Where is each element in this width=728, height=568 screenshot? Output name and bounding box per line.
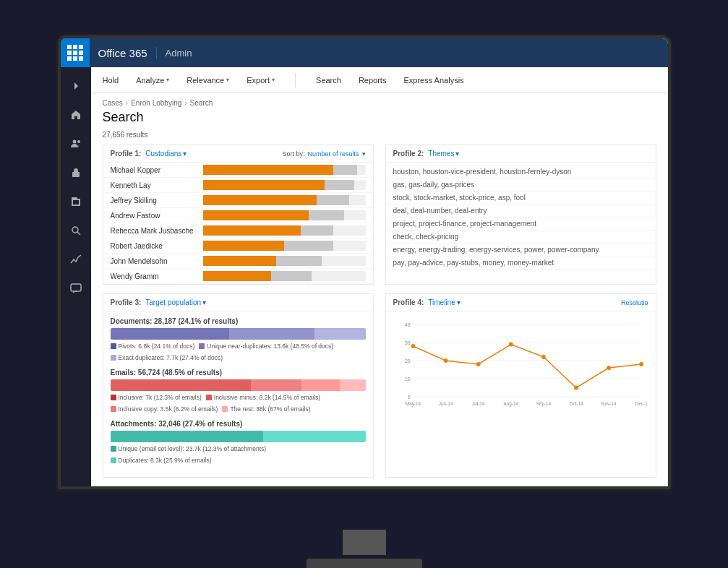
legend-item: Exact duplicates: 7.7k (27.4% of docs) — [111, 354, 223, 361]
legend-item: Unique near-duplicates: 13.6k (48.5% of … — [199, 343, 333, 350]
legend-label: Unique (email set level): 23.7k (12.3% o… — [119, 445, 267, 452]
custodian-bar — [203, 256, 366, 266]
profile2-dropdown[interactable]: Themes ▾ — [428, 150, 459, 158]
bar-segment — [314, 328, 366, 340]
custodian-bar — [203, 195, 366, 205]
app-title: Office 365 — [90, 47, 157, 59]
profile2-label: Profile 2: — [393, 150, 424, 158]
svg-point-31 — [476, 362, 480, 366]
legend-item: Inclusive minus: 8.2k (14.5% of emails) — [206, 394, 320, 401]
svg-rect-10 — [71, 284, 81, 291]
nav-relevance-chevron: ▾ — [226, 77, 229, 83]
legend-dot — [206, 395, 212, 400]
legend-label: Unique near-duplicates: 13.6k (48.5% of … — [207, 343, 333, 350]
theme-row: houston, houston-vice-president, houston… — [386, 165, 656, 178]
nav-relevance[interactable]: Relevance ▾ — [187, 76, 229, 85]
breadcrumb: Cases › Enron Lobbying › Search — [103, 99, 656, 107]
legend-dot — [111, 355, 116, 361]
svg-text:Jul-14: Jul-14 — [472, 401, 485, 406]
profile3-header: Profile 3: Target population ▾ — [103, 294, 373, 311]
emails-title: Emails: 56,724 (48.5% of results) — [111, 369, 366, 376]
custodian-name: Rebecca Mark Jusbasche — [111, 227, 197, 235]
table-row: Rebecca Mark Jusbasche — [103, 223, 373, 238]
legend-item: Duplicates: 8.3k (25.9% of emails) — [111, 457, 212, 464]
sidebar-item-files[interactable] — [63, 189, 89, 215]
svg-point-32 — [508, 343, 513, 347]
sidebar-item-lock[interactable] — [63, 160, 89, 186]
profile2-header: Profile 2: Themes ▾ — [386, 145, 656, 163]
svg-point-33 — [541, 355, 545, 359]
timeline-chart: 010203040May-14Jun-14Jul-14Aug-14Sep-14O… — [393, 317, 648, 418]
legend-label: The rest: 38k (67% of emails) — [230, 405, 310, 413]
custodian-bar — [203, 241, 366, 251]
bar-segment — [251, 379, 302, 391]
attachments-title: Attachments: 32,046 (27.4% of results) — [111, 420, 366, 428]
custodian-name: Jeffrey Skilling — [111, 197, 197, 205]
svg-text:10: 10 — [404, 376, 410, 382]
profile1-label: Profile 1: — [111, 150, 142, 158]
profile4-dropdown[interactable]: Timeline ▾ — [428, 298, 460, 306]
theme-row: stock, stock-market, stock-price, asp, f… — [386, 192, 656, 205]
emails-bar — [111, 379, 366, 391]
page-area: Cases › Enron Lobbying › Search Search 2… — [91, 93, 668, 486]
sidebar-item-search[interactable] — [63, 218, 89, 244]
emails-section: Emails: 56,724 (48.5% of results) Inclus… — [111, 369, 366, 413]
table-row: Jeffrey Skilling — [103, 193, 373, 208]
profile4-chevron-icon: ▾ — [457, 298, 461, 306]
nav-divider — [295, 73, 296, 87]
nav-bar: Hold Analyze ▾ Relevance ▾ Export ▾ — [91, 67, 668, 93]
profile4-label: Profile 4: — [393, 298, 424, 306]
svg-text:0: 0 — [407, 395, 410, 400]
top-bar: Office 365 Admin — [61, 38, 668, 67]
bar-segment — [229, 328, 314, 340]
custodian-name: Kenneth Lay — [111, 181, 197, 189]
sidebar-item-home[interactable] — [63, 102, 89, 128]
svg-point-1 — [77, 140, 80, 143]
svg-point-8 — [72, 227, 78, 233]
svg-text:Jun-14: Jun-14 — [438, 401, 453, 406]
sort-section: Sort by: Number of results ▾ — [282, 150, 365, 158]
bar-segment — [340, 379, 365, 391]
nav-reports[interactable]: Reports — [359, 76, 387, 85]
legend-label: Pivots: 6.8k (24.1% of docs) — [119, 343, 195, 350]
nav-export[interactable]: Export ▾ — [247, 76, 275, 85]
sort-value[interactable]: Number of results — [307, 150, 359, 158]
target-pop-panel: Documents: 28,187 (24.1% of results) Piv… — [103, 311, 373, 477]
nav-hold[interactable]: Hold — [103, 76, 119, 85]
waffle-button[interactable] — [61, 38, 90, 67]
bar-segment — [301, 379, 340, 391]
docs-bar — [111, 328, 366, 340]
sort-chevron-icon: ▾ — [362, 150, 366, 158]
chart-area: 010203040May-14Jun-14Jul-14Aug-14Sep-14O… — [393, 317, 648, 418]
profile3-dropdown[interactable]: Target population ▾ — [145, 298, 206, 306]
table-row: Robert Jaedicke — [103, 238, 373, 254]
nav-search[interactable]: Search — [316, 76, 341, 85]
results-count: 27,656 results — [103, 131, 656, 139]
bar-segment — [111, 379, 251, 391]
svg-text:40: 40 — [404, 322, 410, 327]
sidebar-item-chat[interactable] — [63, 275, 89, 301]
theme-row: check, check-pricing — [386, 231, 656, 244]
nav-analyze[interactable]: Analyze ▾ — [136, 76, 169, 85]
svg-text:30: 30 — [404, 340, 410, 345]
svg-line-9 — [77, 232, 80, 235]
svg-point-36 — [639, 362, 643, 366]
main-content: Hold Analyze ▾ Relevance ▾ Export ▾ — [91, 67, 668, 486]
sidebar-item-analytics[interactable] — [63, 246, 89, 272]
nav-express-analysis[interactable]: Express Analysis — [403, 76, 463, 85]
table-row: Michael Kopper — [103, 163, 373, 178]
legend-label: Inclusive minus: 8.2k (14.5% of emails) — [214, 394, 320, 401]
custodian-name: Michael Kopper — [111, 166, 197, 174]
profile3-label: Profile 3: — [111, 298, 142, 306]
profile1-dropdown[interactable]: Custodians ▾ — [145, 150, 187, 158]
svg-text:May-14: May-14 — [405, 401, 421, 407]
theme-row: deal, deal-number, deal-entry — [386, 205, 656, 218]
profile1-panel: Profile 1: Custodians ▾ Sort by: Num — [103, 145, 374, 285]
bar-segment — [111, 431, 264, 442]
docs-legend: Pivots: 6.8k (24.1% of docs)Unique near-… — [111, 343, 366, 361]
custodian-bar — [203, 210, 366, 220]
sidebar-expand[interactable] — [63, 73, 89, 99]
emails-legend: Inclusive: 7k (12.3% of emails)Inclusive… — [111, 394, 366, 413]
sidebar-item-people[interactable] — [63, 131, 89, 157]
svg-point-30 — [443, 358, 447, 363]
